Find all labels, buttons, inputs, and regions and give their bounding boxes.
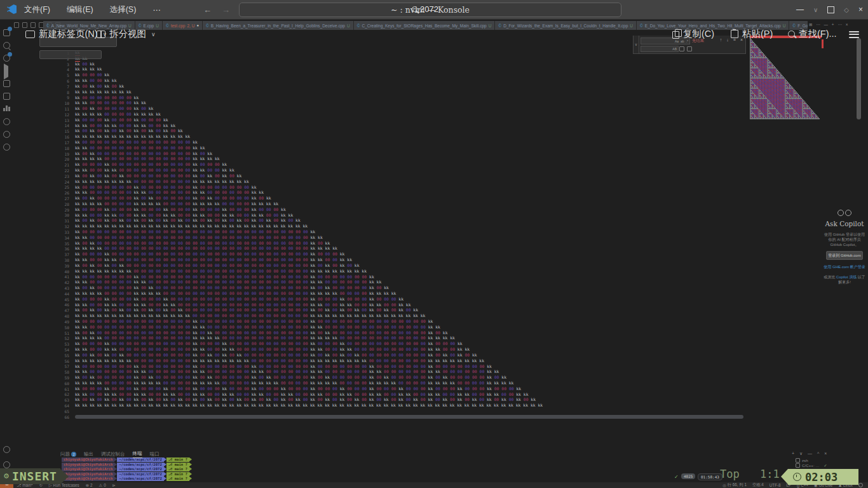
- token-00: 0: [114, 235, 117, 240]
- menu-item[interactable]: 文件(F): [24, 4, 50, 15]
- token-kk: kk: [141, 392, 146, 397]
- copilot-walkthrough-link[interactable]: Copilot 演练: [836, 275, 857, 279]
- token-00: 0: [261, 353, 264, 358]
- extensions-icon[interactable]: [2, 79, 11, 88]
- token-00: 0: [187, 269, 190, 274]
- token-kk: kk: [222, 341, 227, 346]
- copy-button[interactable]: 复制(C): [672, 28, 714, 40]
- token-kk: kk: [104, 173, 109, 179]
- menu-item[interactable]: ⋯: [153, 5, 161, 15]
- source-control-icon[interactable]: [2, 53, 11, 62]
- menu-item[interactable]: 选择(S): [110, 4, 137, 15]
- command-center[interactable]: 2072: [412, 4, 438, 14]
- token-00: 0: [467, 364, 470, 369]
- new-tab-button[interactable]: 新建标签页(N) ∨: [25, 28, 107, 40]
- tab[interactable]: ©B_Having_Been_a_Treasurer_in_the_Past_I…: [203, 21, 354, 30]
- tab[interactable]: ©C_Creating_Keys_for_StORages_Has_Become…: [354, 21, 496, 30]
- terminal-list-item[interactable]: C/C++: …✓: [796, 463, 827, 468]
- token-00: 0: [173, 291, 175, 296]
- profile-icon[interactable]: [2, 445, 11, 454]
- token-00: 0: [151, 252, 154, 257]
- token-kk: kk: [75, 364, 80, 369]
- replace-input[interactable]: [39, 50, 102, 59]
- token-00: 0: [100, 128, 102, 133]
- hamburger-menu-icon[interactable]: [849, 29, 859, 39]
- status-bar-item[interactable]: ◎行 66, 列 1: [722, 482, 747, 488]
- replace-one-icon[interactable]: [679, 46, 684, 51]
- github-signin-button[interactable]: 登录到 GitHub.com: [826, 251, 863, 260]
- tab[interactable]: ©test.cpp2, U●: [163, 21, 203, 30]
- notifications-icon[interactable]: [858, 483, 863, 487]
- find-toggle-icon[interactable]: ∨: [634, 36, 639, 53]
- token-00: 0: [166, 358, 168, 363]
- split-view-button[interactable]: 拆分视图 ∨: [97, 28, 156, 40]
- settings-icon[interactable]: [2, 460, 11, 469]
- chevron-down-icon[interactable]: ∨: [151, 31, 156, 37]
- find-label: 查找(F)...: [799, 28, 837, 40]
- minimize-button[interactable]: —: [796, 5, 804, 14]
- panel-tab[interactable]: 调试控制台: [101, 451, 125, 458]
- editor-actions-icons[interactable]: ⊞ ⋯ — + ⋯ ×: [809, 22, 850, 27]
- token-kk: kk: [193, 156, 198, 161]
- preserve-case-icon[interactable]: AB: [672, 47, 677, 51]
- token-00: 0: [158, 207, 161, 212]
- token-00: 0: [173, 201, 175, 207]
- token-kk: kk: [325, 269, 330, 274]
- token-00: 0: [217, 325, 220, 330]
- layout-chevron-icon[interactable]: ∨: [813, 6, 818, 13]
- remote-explorer-icon[interactable]: [2, 92, 11, 100]
- panel-tab[interactable]: 问题2: [60, 451, 76, 458]
- panel-tab[interactable]: 输出: [84, 451, 93, 458]
- maximize-button[interactable]: [827, 6, 834, 13]
- token-kk: kk: [458, 386, 463, 391]
- token-00: 0: [114, 297, 117, 302]
- back-icon[interactable]: ←: [203, 5, 212, 15]
- token-00: 0: [180, 274, 183, 280]
- forward-icon[interactable]: →: [222, 5, 230, 15]
- token-00: 0: [203, 263, 205, 268]
- token-00: 0: [232, 246, 234, 251]
- terminal-list-item[interactable]: zsh: [796, 458, 827, 463]
- token-kk: kk: [112, 313, 117, 318]
- token-00: 0: [239, 190, 241, 195]
- token-kk: kk: [391, 291, 397, 296]
- find-prev-icon[interactable]: ↑: [720, 37, 722, 42]
- token-00: 0: [180, 168, 183, 173]
- explorer-icon[interactable]: [2, 28, 11, 37]
- terminal-scrollbar[interactable]: [857, 38, 861, 119]
- status-bar-item[interactable]: ⚠0: [98, 483, 105, 487]
- token-00: 0: [187, 291, 190, 296]
- paste-button[interactable]: 粘贴(P): [731, 28, 773, 40]
- minimap[interactable]: [750, 38, 822, 121]
- ghe-signin-link[interactable]: 使用 GHE.com 帐户登录: [824, 264, 865, 270]
- token-00: 0: [180, 185, 183, 190]
- account-icon[interactable]: [2, 142, 11, 151]
- token-00: 0: [261, 285, 264, 290]
- status-bar-item[interactable]: ⊳: [112, 483, 116, 487]
- token-00: 0: [276, 241, 278, 246]
- status-bar-item[interactable]: UTF-8: [770, 483, 781, 487]
- run-debug-icon[interactable]: [2, 66, 11, 75]
- tab[interactable]: ©D_For_Wizards_the_Exam_Is_Easy_but_I_Co…: [495, 21, 637, 30]
- status-bar-item[interactable]: 空格:4: [752, 482, 764, 488]
- token-00: 0: [379, 358, 381, 363]
- replace-all-icon[interactable]: [687, 46, 692, 51]
- panel-tab[interactable]: 终端: [133, 451, 142, 458]
- token-00: 0: [173, 151, 175, 156]
- panel-tab[interactable]: 端口: [150, 451, 159, 458]
- chart-icon[interactable]: [2, 104, 11, 113]
- token-kk: kk: [134, 364, 139, 369]
- references-icon[interactable]: [2, 117, 11, 126]
- replace-field[interactable]: AB: [641, 46, 679, 52]
- close-button[interactable]: ×: [858, 5, 863, 14]
- paw-icon[interactable]: [2, 130, 11, 139]
- token-00: 0: [239, 386, 241, 391]
- token-00: 0: [386, 353, 389, 358]
- search-icon[interactable]: [2, 41, 11, 50]
- token-kk: kk: [104, 397, 109, 402]
- panel-controls[interactable]: + ∨ — ^ ×: [792, 451, 829, 456]
- menu-item[interactable]: 编辑(E): [67, 4, 93, 15]
- find-button[interactable]: 查找(F)...: [788, 28, 837, 40]
- find-next-icon[interactable]: ↓: [726, 37, 729, 42]
- status-bar-item[interactable]: ⊗2: [86, 483, 93, 487]
